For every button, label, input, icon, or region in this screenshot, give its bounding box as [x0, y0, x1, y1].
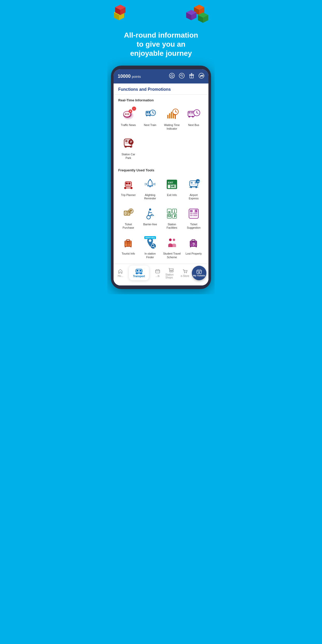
svg-point-87 — [150, 179, 151, 180]
lost-property-label: Lost Property — [186, 252, 202, 256]
svg-point-109 — [149, 208, 151, 211]
tool-exit-info[interactable]: EXIT Exit Info — [162, 175, 182, 202]
svg-point-134 — [125, 246, 126, 247]
svg-point-116 — [174, 209, 175, 210]
realtime-section: Real-Time Information — [114, 95, 208, 165]
svg-point-148 — [196, 246, 197, 247]
star-icon[interactable] — [169, 73, 175, 80]
barrier-free-icon — [143, 206, 158, 221]
realtime-grid-row1: ! Traffic News — [118, 105, 204, 132]
transport-icon — [135, 268, 143, 274]
svg-rect-118 — [168, 215, 171, 217]
tourist-info-icon — [121, 235, 136, 250]
trip-planner-label: Trip Planner — [121, 193, 136, 197]
svg-rect-125 — [193, 215, 197, 216]
gift-icon[interactable] — [189, 73, 194, 80]
station-carpark-label: Station Car Park — [119, 153, 137, 160]
announcement-icon[interactable] — [199, 73, 204, 80]
svg-text:EXIT: EXIT — [168, 181, 173, 184]
section-title-bar: Functions and Promotions — [114, 83, 208, 95]
svg-rect-128 — [125, 241, 131, 247]
nav-deals[interactable]: ...ls — [151, 267, 164, 278]
nav-estore[interactable]: e-Store — [178, 267, 192, 278]
cubes-decoration — [113, 5, 209, 25]
tools-grid-row3: Tourist Info — [118, 233, 204, 261]
my-tickets-label: My Tickets — [193, 274, 205, 277]
student-travel-label: Student Travel Scheme — [163, 252, 181, 259]
svg-line-160 — [169, 268, 169, 269]
tool-trip-planner[interactable]: Trip Planner — [118, 175, 138, 202]
svg-point-31 — [128, 114, 129, 115]
tool-tourist-info[interactable]: Tourist Info — [118, 233, 138, 261]
svg-rect-70 — [125, 140, 128, 142]
station-facilities-label: Station Facilities — [163, 223, 181, 230]
hero-text: All-round information to give you an enj… — [113, 28, 209, 66]
tool-alighting-reminder[interactable]: Alighting Reminder — [140, 175, 160, 202]
svg-text:P: P — [130, 140, 132, 144]
svg-point-84 — [124, 187, 126, 189]
notification-badge: ! — [132, 107, 136, 111]
tool-next-train[interactable]: Next Train — [140, 105, 160, 132]
tools-label: Frequently Used Tools — [118, 168, 204, 172]
nav-station-shops[interactable]: Station Shops — [164, 266, 178, 280]
waiting-time-icon — [164, 107, 179, 122]
estore-nav-label: e-Store — [181, 275, 189, 277]
svg-rect-36 — [146, 112, 148, 113]
barrier-free-label: Barrier-free — [143, 223, 157, 226]
nav-home[interactable]: Ho... — [114, 267, 127, 278]
svg-rect-50 — [171, 112, 172, 118]
station-shops-nav-label: Station Shops — [165, 273, 177, 279]
svg-text:$: $ — [195, 209, 197, 213]
tool-instation-finder[interactable]: Admiralty In-station Finder — [140, 233, 160, 261]
deals-nav-label: ...ls — [156, 275, 160, 277]
svg-rect-80 — [126, 183, 128, 184]
header-icons — [169, 73, 204, 80]
svg-rect-60 — [191, 112, 193, 114]
refresh-icon[interactable] — [179, 73, 185, 80]
tool-traffic-news[interactable]: ! Traffic News — [118, 105, 138, 132]
ticket-purchase-label: Ticket Purchase — [119, 223, 137, 230]
points-value: 10000 — [118, 74, 131, 79]
tool-waiting-time[interactable]: Waiting Time Indicator — [162, 105, 182, 132]
next-train-icon — [143, 107, 158, 122]
svg-rect-61 — [188, 114, 195, 115]
svg-point-17 — [179, 73, 184, 78]
home-nav-label: Ho... — [118, 275, 123, 277]
svg-rect-59 — [188, 112, 191, 114]
nav-transport[interactable]: Transport — [129, 265, 149, 280]
tool-station-carpark[interactable]: P Station Car Park — [118, 134, 138, 162]
svg-point-164 — [184, 272, 185, 273]
svg-rect-97 — [191, 184, 197, 185]
svg-point-62 — [188, 116, 190, 117]
station-shops-icon — [169, 267, 174, 273]
nav-my-tickets[interactable]: My Tickets — [192, 266, 206, 280]
tools-grid-row2: Ticket Purchase — [118, 204, 204, 232]
svg-text:AE: AE — [197, 180, 200, 183]
exit-info-icon: EXIT — [164, 177, 179, 192]
tool-next-bus[interactable]: Next Bus — [184, 105, 204, 132]
tool-student-travel[interactable]: Student Travel Scheme — [162, 233, 182, 261]
bottom-nav: Ho... Transport — [114, 264, 208, 283]
hero-section: All-round information to give you an enj… — [107, 0, 215, 66]
tool-barrier-free[interactable]: Barrier-free — [140, 204, 160, 232]
tool-airport-express[interactable]: AE Airport Express — [184, 175, 204, 202]
airport-express-icon: AE — [186, 177, 201, 192]
tool-lost-property[interactable]: ? Lost Property — [184, 233, 204, 261]
next-bus-label: Next Bus — [188, 123, 199, 127]
trip-planner-icon — [121, 177, 136, 192]
ticket-suggestion-icon: $ — [186, 206, 201, 221]
svg-rect-82 — [126, 185, 131, 186]
svg-rect-161 — [170, 270, 173, 272]
instation-finder-icon: Admiralty — [143, 235, 158, 250]
svg-point-140 — [169, 239, 172, 241]
realtime-grid-row2: P Station Car Park — [118, 134, 204, 162]
my-tickets-icon — [196, 269, 202, 274]
svg-point-15 — [169, 73, 174, 78]
svg-rect-38 — [146, 114, 150, 114]
tool-ticket-purchase[interactable]: Ticket Purchase — [118, 204, 138, 232]
tool-station-facilities[interactable]: Station Facilities — [162, 204, 182, 232]
tool-ticket-suggestion[interactable]: $ Ticket Suggestion — [184, 204, 204, 232]
points-label: points — [132, 75, 141, 79]
outer-bottom — [107, 289, 215, 294]
svg-point-85 — [130, 187, 132, 189]
